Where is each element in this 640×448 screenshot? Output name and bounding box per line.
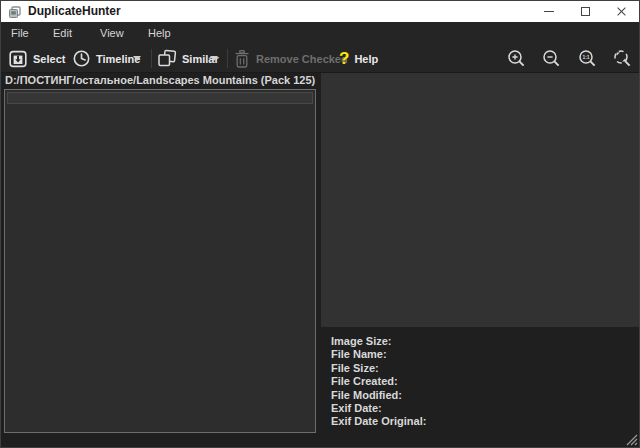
menu-edit[interactable]: Edit: [53, 22, 72, 45]
similar-icon: [157, 49, 177, 68]
trash-icon: [233, 49, 251, 69]
menubar: File Edit View Help: [1, 22, 639, 45]
remove-checked-button[interactable]: Remove Checked: [233, 45, 348, 72]
app-window: DuplicateHunter File Edit View Help Sele…: [0, 0, 640, 448]
window-title: DuplicateHunter: [28, 1, 121, 22]
zoom-fit-button[interactable]: [613, 45, 633, 72]
detail-exif-date-original-label: Exif Date Original:: [331, 415, 426, 428]
zoom-in-button[interactable]: [507, 45, 527, 72]
toolbar: Select Timeline Similar: [1, 45, 639, 73]
app-logo-icon: [8, 5, 22, 19]
timeline-button[interactable]: Timeline: [72, 45, 140, 72]
chevron-down-icon: [210, 56, 218, 61]
detail-file-name-label: File Name:: [331, 348, 426, 361]
toolbar-separator: [227, 49, 228, 68]
similar-dropdown-button[interactable]: [210, 45, 218, 72]
window-controls: [531, 1, 639, 22]
remove-checked-label: Remove Checked: [256, 53, 348, 65]
menu-help[interactable]: Help: [148, 22, 171, 45]
help-button[interactable]: ? Help: [339, 45, 378, 72]
duplicate-list-panel[interactable]: [4, 89, 316, 433]
maximize-button[interactable]: [567, 1, 603, 22]
maximize-icon: [581, 7, 590, 16]
zoom-out-icon: [542, 49, 562, 69]
list-item-selected[interactable]: [7, 92, 313, 104]
titlebar: DuplicateHunter: [1, 1, 639, 22]
minimize-button[interactable]: [531, 1, 567, 22]
current-folder-path: D:/ПОСТИНГ/остальное/Landscapes Mountain…: [5, 74, 315, 86]
select-label: Select: [33, 53, 65, 65]
help-label: Help: [354, 53, 378, 65]
menu-view[interactable]: View: [100, 22, 124, 45]
zoom-in-icon: [507, 49, 527, 69]
timeline-dropdown-button[interactable]: [133, 45, 141, 72]
resize-grip[interactable]: [625, 433, 638, 446]
close-icon: [616, 6, 627, 17]
menu-file[interactable]: File: [11, 22, 29, 45]
toolbar-separator: [151, 49, 152, 68]
file-details-panel: Image Size: File Name: File Size: File C…: [331, 335, 426, 429]
image-preview-area[interactable]: [321, 73, 639, 327]
detail-image-size-label: Image Size:: [331, 335, 426, 348]
timeline-clock-icon: [72, 49, 91, 68]
detail-file-size-label: File Size:: [331, 362, 426, 375]
zoom-actual-size-icon: 1:1: [578, 49, 598, 69]
detail-file-created-label: File Created:: [331, 375, 426, 388]
select-button[interactable]: Select: [8, 45, 65, 72]
zoom-out-button[interactable]: [542, 45, 562, 72]
svg-text:1:1: 1:1: [582, 54, 589, 60]
detail-exif-date-label: Exif Date:: [331, 402, 426, 415]
close-button[interactable]: [603, 1, 639, 22]
zoom-actual-size-button[interactable]: 1:1: [578, 45, 598, 72]
chevron-down-icon: [133, 56, 141, 61]
detail-file-modified-label: File Modified:: [331, 389, 426, 402]
zoom-fit-icon: [613, 49, 633, 69]
minimize-icon: [544, 11, 554, 12]
select-icon: [8, 49, 28, 69]
help-question-icon: ?: [339, 45, 349, 72]
